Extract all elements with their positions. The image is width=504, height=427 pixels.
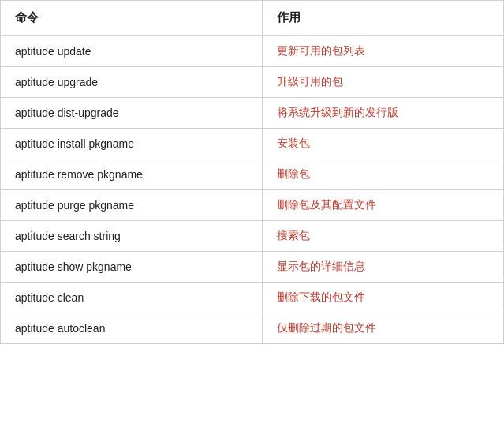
aptitude-commands-table: 命令 作用 aptitude update更新可用的包列表aptitude up… [1, 1, 503, 343]
description-cell: 仅删除过期的包文件 [262, 313, 503, 344]
column-header-description: 作用 [262, 1, 503, 36]
command-cell: aptitude update [1, 36, 262, 67]
command-cell: aptitude install pkgname [1, 129, 262, 159]
description-cell: 安装包 [262, 129, 503, 159]
table-row: aptitude show pkgname显示包的详细信息 [1, 252, 503, 283]
column-header-command: 命令 [1, 1, 262, 36]
command-cell: aptitude autoclean [1, 313, 262, 344]
description-cell: 删除包 [262, 159, 503, 190]
command-cell: aptitude show pkgname [1, 252, 262, 283]
description-cell: 删除包及其配置文件 [262, 190, 503, 221]
table-row: aptitude remove pkgname删除包 [1, 159, 503, 190]
description-cell: 显示包的详细信息 [262, 252, 503, 283]
table-row: aptitude clean删除下载的包文件 [1, 283, 503, 313]
description-cell: 删除下载的包文件 [262, 283, 503, 313]
table-row: aptitude dist-upgrade将系统升级到新的发行版 [1, 98, 503, 129]
command-cell: aptitude purge pkgname [1, 190, 262, 221]
table-row: aptitude purge pkgname删除包及其配置文件 [1, 190, 503, 221]
description-cell: 升级可用的包 [262, 67, 503, 98]
command-cell: aptitude upgrade [1, 67, 262, 98]
table-row: aptitude autoclean仅删除过期的包文件 [1, 313, 503, 344]
description-cell: 将系统升级到新的发行版 [262, 98, 503, 129]
table-row: aptitude upgrade升级可用的包 [1, 67, 503, 98]
main-table-container: 命令 作用 aptitude update更新可用的包列表aptitude up… [0, 0, 504, 344]
command-cell: aptitude remove pkgname [1, 159, 262, 190]
description-cell: 更新可用的包列表 [262, 36, 503, 67]
table-header-row: 命令 作用 [1, 1, 503, 36]
command-cell: aptitude search string [1, 221, 262, 252]
description-cell: 搜索包 [262, 221, 503, 252]
table-row: aptitude search string搜索包 [1, 221, 503, 252]
command-cell: aptitude clean [1, 283, 262, 313]
table-row: aptitude update更新可用的包列表 [1, 36, 503, 67]
command-cell: aptitude dist-upgrade [1, 98, 262, 129]
table-row: aptitude install pkgname安装包 [1, 129, 503, 159]
